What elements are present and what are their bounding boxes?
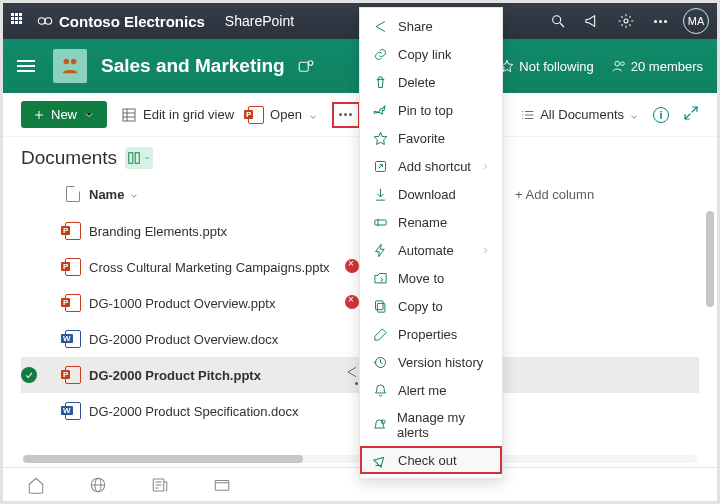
error-icon [345,259,359,273]
error-icon [345,295,359,309]
svg-point-9 [615,61,620,66]
ctx-checkout[interactable]: Check out [360,446,502,474]
ctx-automate[interactable]: Automate [360,236,502,264]
open-button[interactable]: Open [248,106,318,124]
chevron-right-icon [481,243,490,258]
docx-icon [65,402,81,420]
chevron-down-icon [129,189,139,199]
svg-line-3 [560,23,564,27]
site-logo[interactable] [53,49,87,83]
app-name[interactable]: SharePoint [225,13,294,29]
new-button[interactable]: New [21,101,107,128]
follow-label: Not following [519,59,593,74]
svg-point-20 [522,110,523,111]
file-name: DG-2000 Product Specification.docx [89,404,299,419]
settings-icon[interactable] [609,3,643,39]
nav-toggle-icon[interactable] [17,57,35,75]
plus-icon [33,109,45,121]
news-icon[interactable] [151,476,169,494]
trash-icon [372,74,388,90]
ctx-shortcut[interactable]: Add shortcut [360,152,502,180]
copy-icon [372,298,388,314]
members-icon [612,59,626,73]
ctx-trash[interactable]: Delete [360,68,502,96]
ctx-star[interactable]: Favorite [360,124,502,152]
globe-icon[interactable] [89,476,107,494]
svg-point-5 [64,59,70,64]
more-commands-button[interactable] [332,102,360,128]
type-column-header[interactable] [57,186,89,202]
svg-point-6 [71,59,77,64]
chevron-down-icon [308,110,318,120]
svg-point-10 [621,62,625,65]
share-icon [372,18,388,34]
svg-point-8 [308,61,313,66]
svg-point-4 [624,19,628,23]
members-label: 20 members [631,59,703,74]
name-column-header[interactable]: Name [89,187,345,202]
follow-button[interactable]: Not following [500,59,593,74]
members-link[interactable]: 20 members [612,59,703,74]
teams-icon[interactable] [297,57,315,75]
svg-point-22 [522,117,523,118]
view-selector[interactable]: All Documents [521,107,639,122]
megaphone-icon[interactable] [575,3,609,39]
list-icon [521,108,535,122]
svg-rect-7 [299,62,308,71]
star-icon [372,130,388,146]
edit-grid-button[interactable]: Edit in grid view [121,107,234,123]
svg-point-2 [553,16,561,24]
link-icon [372,46,388,62]
brand-name: Contoso Electronics [59,13,205,30]
home-icon[interactable] [27,476,45,494]
chevron-down-icon [83,109,95,121]
ctx-link[interactable]: Copy link [360,40,502,68]
file-name: Cross Cultural Marketing Campaigns.pptx [89,260,330,275]
context-menu: ShareCopy linkDeletePin to topFavoriteAd… [359,7,503,479]
ctx-move[interactable]: Move to [360,264,502,292]
chevron-right-icon [481,159,490,174]
svg-point-0 [38,18,45,25]
svg-line-23 [692,107,697,112]
vertical-scrollbar[interactable] [706,211,714,307]
props-icon [372,326,388,342]
pin-icon [372,102,388,118]
svg-point-1 [45,18,52,25]
ctx-alerts[interactable]: Manage my alerts [360,404,502,446]
expand-icon[interactable] [683,105,699,124]
rename-icon [372,214,388,230]
info-icon[interactable]: i [653,107,669,123]
svg-rect-26 [135,153,139,164]
page-title: Documents [21,147,117,169]
brand-logo-icon [37,13,53,29]
alert-icon [372,382,388,398]
ctx-props[interactable]: Properties [360,320,502,348]
more-icon[interactable] [643,3,677,39]
svg-line-24 [685,114,690,119]
ctx-rename[interactable]: Rename [360,208,502,236]
view-toggle[interactable] [125,147,153,169]
svg-rect-31 [375,300,383,309]
search-icon[interactable] [541,3,575,39]
pptx-icon [65,366,81,384]
move-icon [372,270,388,286]
ctx-pin[interactable]: Pin to top [360,96,502,124]
ctx-download[interactable]: Download [360,180,502,208]
pptx-icon [65,258,81,276]
automate-icon [372,242,388,258]
ctx-share[interactable]: Share [360,12,502,40]
pptx-icon [65,222,81,240]
add-column-button[interactable]: + Add column [515,187,699,202]
share-icon[interactable] [345,365,359,379]
ctx-alert[interactable]: Alert me [360,376,502,404]
document-icon [66,186,80,202]
files-icon[interactable] [213,476,231,494]
people-icon [59,55,81,77]
svg-rect-13 [123,109,135,121]
ctx-history[interactable]: Version history [360,348,502,376]
shortcut-icon [372,158,388,174]
app-launcher-icon[interactable] [11,13,27,29]
ctx-copy[interactable]: Copy to [360,292,502,320]
avatar[interactable]: MA [683,8,709,34]
powerpoint-icon [248,106,264,124]
